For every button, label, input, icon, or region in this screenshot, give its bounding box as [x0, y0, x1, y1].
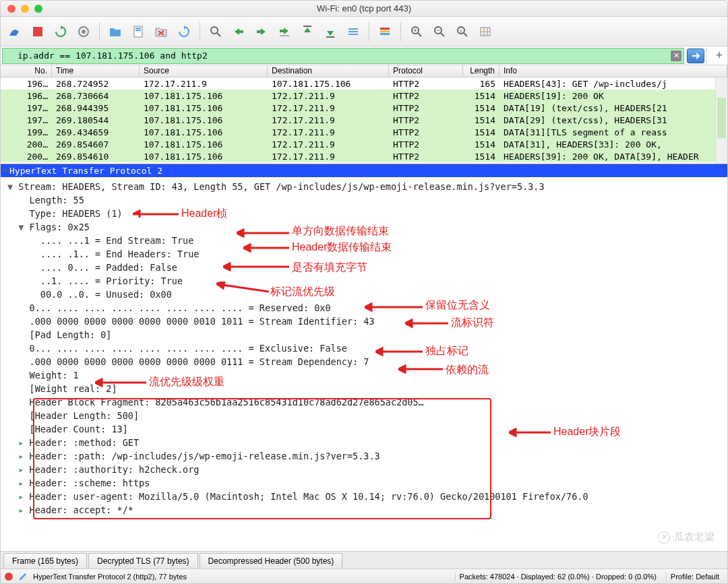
packet-cell: 172.17.211.9 [140, 79, 268, 89]
clear-filter-button[interactable]: ✕ [671, 51, 681, 61]
packet-cell: 1514 [463, 152, 499, 162]
svg-rect-17 [380, 28, 390, 30]
status-packets: Packets: 478024 · Displayed: 62 (0.0%) ·… [455, 573, 661, 581]
packet-row[interactable]: 196…268.724952172.17.211.9107.181.175.10… [1, 77, 727, 90]
packet-cell: HTTP2 [389, 115, 463, 125]
packet-list-header[interactable]: No. Time Source Destination Protocol Len… [1, 65, 727, 77]
detail-line[interactable]: Length: 55 [7, 193, 721, 207]
reload-file-button[interactable] [174, 22, 194, 42]
tab-decrypted-tls[interactable]: Decrypted TLS (77 bytes) [88, 553, 198, 569]
packet-row[interactable]: 199…269.434659107.181.175.106172.17.211.… [1, 126, 727, 138]
packet-row[interactable]: 200…269.854610107.181.175.106172.17.211.… [1, 150, 727, 162]
zoom-out-button[interactable] [429, 22, 450, 42]
packet-row[interactable]: 197…269.180544107.181.175.106172.17.211.… [1, 114, 727, 126]
add-filter-button[interactable]: + [711, 48, 727, 64]
packet-cell: DATA[29] (text/css), HEADERS[31 [499, 115, 727, 125]
detail-line[interactable]: ▸ Header: :scheme: https [7, 476, 721, 490]
svg-line-7 [217, 33, 220, 36]
packet-row[interactable]: 197…268.944395107.181.175.106172.17.211.… [1, 102, 727, 114]
go-back-button[interactable] [229, 22, 249, 42]
go-to-packet-button[interactable] [274, 22, 295, 42]
column-info[interactable]: Info [499, 65, 727, 77]
capture-options-button[interactable] [73, 22, 94, 42]
detail-line[interactable]: .... .1.. = End Headers: True [7, 247, 721, 261]
detail-line[interactable]: .000 0000 0000 0000 0000 0000 0000 0111 … [7, 355, 721, 368]
detail-line[interactable]: [Weight real: 2] [7, 382, 721, 395]
svg-rect-5 [135, 30, 141, 31]
protocol-details-header[interactable]: HyperText Transfer Protocol 2 [1, 164, 727, 177]
colorize-button[interactable] [375, 22, 395, 42]
close-window-button[interactable] [7, 5, 16, 13]
packet-details-pane[interactable]: ▼ Stream: HEADERS, Stream ID: 43, Length… [1, 177, 727, 551]
packet-cell: 172.17.211.9 [268, 127, 389, 137]
detail-line[interactable]: ..1. .... = Priority: True [7, 274, 721, 288]
save-file-button[interactable] [128, 22, 148, 42]
svg-text:1: 1 [460, 28, 462, 33]
column-length[interactable]: Length [463, 65, 499, 77]
watermark-text: 瓜农老梁 [674, 531, 715, 544]
detail-line[interactable]: ▸ Header: :authority: h2check.org [7, 463, 721, 476]
zoom-in-button[interactable] [406, 22, 427, 42]
auto-scroll-button[interactable] [343, 22, 363, 42]
detail-line[interactable]: ▼ Stream: HEADERS, Stream ID: 43, Length… [7, 180, 721, 193]
restart-capture-button[interactable] [51, 22, 71, 42]
filter-toolbar: ✕ + [1, 46, 727, 65]
detail-line[interactable]: ▼ Flags: 0x25 [7, 220, 721, 234]
find-packet-button[interactable] [206, 22, 226, 42]
detail-line[interactable]: [Header Length: 500] [7, 409, 721, 422]
column-source[interactable]: Source [140, 65, 268, 77]
packet-cell: 107.181.175.106 [140, 127, 268, 137]
column-protocol[interactable]: Protocol [389, 65, 463, 77]
zoom-reset-button[interactable]: 1 [452, 22, 473, 42]
status-protocol: HyperText Transfer Protocol 2 (http2), 7… [33, 573, 187, 581]
detail-line[interactable]: ▸ Header: user-agent: Mozilla/5.0 (Macin… [7, 490, 721, 503]
packet-row[interactable]: 196…268.730664107.181.175.106172.17.211.… [1, 90, 727, 102]
column-no[interactable]: No. [1, 65, 52, 77]
expert-info-button[interactable] [5, 573, 13, 581]
go-forward-button[interactable] [251, 22, 272, 42]
open-file-button[interactable] [105, 22, 125, 42]
packet-list-pane: No. Time Source Destination Protocol Len… [1, 65, 727, 164]
detail-line[interactable]: 00.0 ..0. = Unused: 0x00 [7, 288, 721, 301]
packet-row[interactable]: 200…269.854607107.181.175.106172.17.211.… [1, 138, 727, 150]
detail-line[interactable]: Type: HEADERS (1) [7, 207, 721, 220]
packet-minimap[interactable] [715, 77, 727, 164]
detail-line[interactable]: [Header Count: 13] [7, 422, 721, 436]
packet-cell: 107.181.175.106 [140, 139, 268, 150]
edit-icon[interactable] [18, 572, 28, 581]
detail-line[interactable]: ▸ Header: :path: /wp-includes/js/wp-emoj… [7, 449, 721, 463]
svg-rect-9 [257, 30, 262, 33]
status-profile[interactable]: Profile: Default [666, 573, 723, 581]
resize-columns-button[interactable] [475, 22, 495, 42]
go-to-first-button[interactable] [297, 22, 317, 42]
detail-line[interactable]: .000 0000 0000 0000 0000 0000 0010 1011 … [7, 315, 721, 328]
tab-decompressed-header[interactable]: Decompressed Header (500 bytes) [200, 553, 343, 569]
detail-line[interactable]: Header Block Fragment: 8205a463c56b1aa25… [7, 395, 721, 409]
detail-line[interactable]: .... ...1 = End Stream: True [7, 234, 721, 247]
detail-line[interactable]: [Pad Length: 0] [7, 328, 721, 342]
detail-line[interactable]: .... 0... = Padded: False [7, 261, 721, 274]
minimize-window-button[interactable] [21, 5, 29, 13]
column-destination[interactable]: Destination [268, 65, 389, 77]
detail-line[interactable]: ▸ Header: accept: */* [7, 503, 721, 517]
svg-rect-0 [33, 27, 42, 36]
packet-cell: 1514 [463, 139, 499, 150]
detail-line[interactable]: 0... .... .... .... .... .... .... .... … [7, 342, 721, 355]
packet-cell: HTTP2 [389, 79, 463, 89]
column-time[interactable]: Time [52, 65, 140, 77]
detail-line[interactable]: ▸ Header: :method: GET [7, 436, 721, 449]
maximize-window-button[interactable] [34, 5, 42, 13]
detail-line[interactable]: 0... .... .... .... .... .... .... .... … [7, 301, 721, 315]
close-file-button[interactable] [151, 22, 171, 42]
tab-frame[interactable]: Frame (165 bytes) [3, 553, 87, 569]
shark-fin-icon[interactable] [5, 22, 25, 42]
apply-filter-button[interactable] [687, 48, 704, 63]
go-to-last-button[interactable] [320, 22, 340, 42]
detail-line[interactable]: Weight: 1 [7, 368, 721, 382]
packet-cell: 200… [1, 152, 52, 162]
packet-cell: 107.181.175.106 [268, 79, 389, 89]
display-filter-input[interactable] [2, 48, 684, 64]
stop-capture-button[interactable] [28, 22, 48, 42]
packet-cell: 197… [1, 103, 52, 113]
packet-cell: 107.181.175.106 [140, 115, 268, 125]
